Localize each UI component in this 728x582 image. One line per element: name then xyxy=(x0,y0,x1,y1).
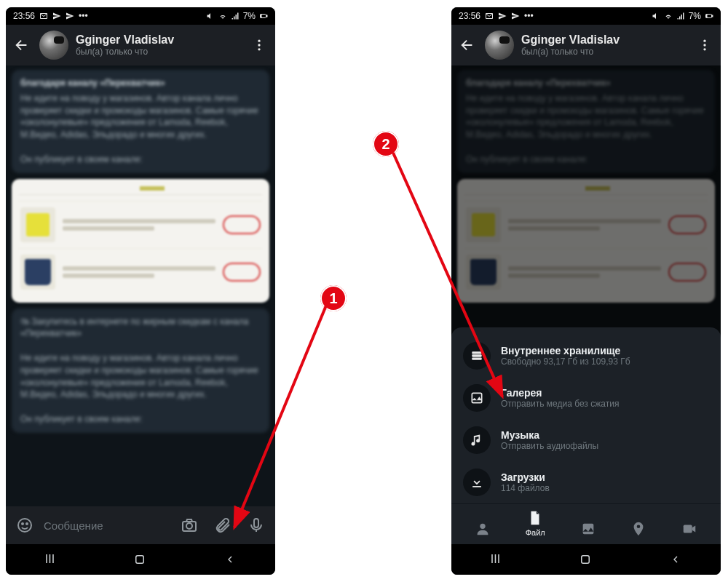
paper-plane-icon xyxy=(52,12,61,20)
attach-subtitle: 114 файлов xyxy=(501,483,550,493)
annotation-marker-1: 1 xyxy=(320,285,347,311)
svg-rect-21 xyxy=(472,358,481,360)
more-button[interactable] xyxy=(249,38,269,52)
signal-icon xyxy=(676,12,685,20)
paper-plane-icon xyxy=(498,12,507,20)
svg-point-23 xyxy=(480,524,485,529)
attach-item-gallery[interactable]: Галерея Отправить медиа без сжатия xyxy=(451,377,721,419)
category-file[interactable]: Файл xyxy=(526,510,545,537)
attach-subtitle: Отправить медиа без сжатия xyxy=(501,399,619,409)
mail-icon xyxy=(485,12,494,20)
download-icon xyxy=(463,469,491,496)
attachment-sheet: Внутреннее хранилище Свободно 93,17 Гб и… xyxy=(451,327,721,544)
svg-rect-20 xyxy=(472,354,481,356)
message-input[interactable]: Сообщение xyxy=(44,519,170,532)
status-time: 23:56 xyxy=(13,11,35,21)
svg-point-10 xyxy=(186,523,192,529)
android-nav-bar: III xyxy=(451,544,721,575)
mail-icon xyxy=(39,12,48,20)
battery-icon xyxy=(705,12,713,20)
svg-point-8 xyxy=(26,523,28,525)
svg-rect-25 xyxy=(684,525,692,533)
link-preview xyxy=(12,179,269,303)
mute-icon xyxy=(652,12,660,20)
storage-icon xyxy=(463,342,491,370)
svg-point-18 xyxy=(703,48,705,50)
home-button[interactable] xyxy=(579,553,592,566)
attach-title: Загрузки xyxy=(501,471,550,483)
category-location[interactable] xyxy=(630,521,646,537)
camera-button[interactable] xyxy=(175,511,204,540)
svg-rect-26 xyxy=(581,556,589,564)
phone-screenshot-right: 23:56 ••• 7% Gginger Vladislav был(а) то… xyxy=(451,7,721,575)
category-video-message[interactable] xyxy=(681,521,697,537)
svg-rect-11 xyxy=(254,519,258,527)
avatar[interactable] xyxy=(485,31,514,60)
android-nav-bar: III xyxy=(6,544,275,575)
status-more: ••• xyxy=(79,11,88,21)
attach-item-storage[interactable]: Внутреннее хранилище Свободно 93,17 Гб и… xyxy=(451,335,721,377)
chat-last-seen: был(а) только что xyxy=(521,47,687,57)
input-bar: Сообщение xyxy=(6,506,275,544)
status-more: ••• xyxy=(524,11,534,21)
category-gallery[interactable] xyxy=(580,521,596,537)
signal-icon xyxy=(231,12,240,20)
avatar[interactable] xyxy=(39,31,68,60)
svg-rect-2 xyxy=(261,15,261,17)
svg-point-3 xyxy=(258,40,260,42)
wifi-icon xyxy=(664,12,673,20)
svg-rect-1 xyxy=(266,15,267,17)
home-button[interactable] xyxy=(133,553,146,566)
attach-title: Галерея xyxy=(501,387,619,399)
svg-rect-19 xyxy=(472,351,481,354)
status-bar: 23:56 ••• 7% xyxy=(6,7,275,25)
mic-button[interactable] xyxy=(242,511,271,540)
chat-title-block[interactable]: Gginger Vladislav был(а) только что xyxy=(76,33,242,57)
status-battery: 7% xyxy=(689,11,701,21)
category-contact[interactable] xyxy=(475,521,491,537)
attach-title: Музыка xyxy=(501,429,598,441)
svg-point-5 xyxy=(258,48,260,50)
message-bubble: 🛍 Закупитесь в интернете по жирным скидк… xyxy=(12,308,269,433)
attach-subtitle: Отправить аудиофайлы xyxy=(501,441,598,451)
music-icon xyxy=(463,426,491,454)
battery-icon xyxy=(259,12,268,20)
attach-button[interactable] xyxy=(208,511,237,540)
back-button[interactable] xyxy=(12,37,32,53)
chat-header: Gginger Vladislav был(а) только что xyxy=(6,25,275,65)
chat-name: Gginger Vladislav xyxy=(76,33,242,47)
paper-plane-icon xyxy=(66,12,74,20)
android-back-button[interactable] xyxy=(224,554,236,565)
status-battery: 7% xyxy=(243,11,256,21)
category-file-label: Файл xyxy=(526,528,545,537)
mute-icon xyxy=(206,12,215,20)
chat-title-block[interactable]: Gginger Vladislav был(а) только что xyxy=(521,33,687,57)
paper-plane-icon xyxy=(511,12,520,20)
svg-rect-14 xyxy=(712,15,713,17)
emoji-button[interactable] xyxy=(10,511,39,540)
attach-title: Внутреннее хранилище xyxy=(501,345,630,356)
attach-item-music[interactable]: Музыка Отправить аудиофайлы xyxy=(451,419,721,461)
svg-rect-15 xyxy=(706,15,707,17)
chat-last-seen: был(а) только что xyxy=(76,47,242,57)
svg-point-6 xyxy=(18,519,31,532)
back-button[interactable] xyxy=(457,37,478,53)
attach-item-downloads[interactable]: Загрузки 114 файлов xyxy=(451,461,721,503)
wifi-icon xyxy=(218,12,227,20)
svg-point-16 xyxy=(703,40,705,42)
recent-apps-button[interactable]: III xyxy=(491,553,500,566)
messages-area[interactable]: благодаря каналу «Перехватчик» Не идите … xyxy=(6,65,275,506)
svg-point-17 xyxy=(703,44,705,46)
status-bar: 23:56 ••• 7% xyxy=(451,7,721,25)
phone-screenshot-left: 23:56 ••• 7% Gginger Vladislav был(а) то… xyxy=(6,7,275,575)
chat-name: Gginger Vladislav xyxy=(521,33,687,47)
status-time: 23:56 xyxy=(459,11,480,21)
message-bubble: благодаря каналу «Перехватчик» Не идите … xyxy=(12,70,269,173)
gallery-icon xyxy=(463,384,491,412)
svg-rect-12 xyxy=(135,556,143,564)
recent-apps-button[interactable]: III xyxy=(45,553,55,566)
more-button[interactable] xyxy=(695,38,715,52)
svg-point-4 xyxy=(258,44,260,46)
android-back-button[interactable] xyxy=(670,554,681,565)
svg-point-7 xyxy=(22,523,23,525)
